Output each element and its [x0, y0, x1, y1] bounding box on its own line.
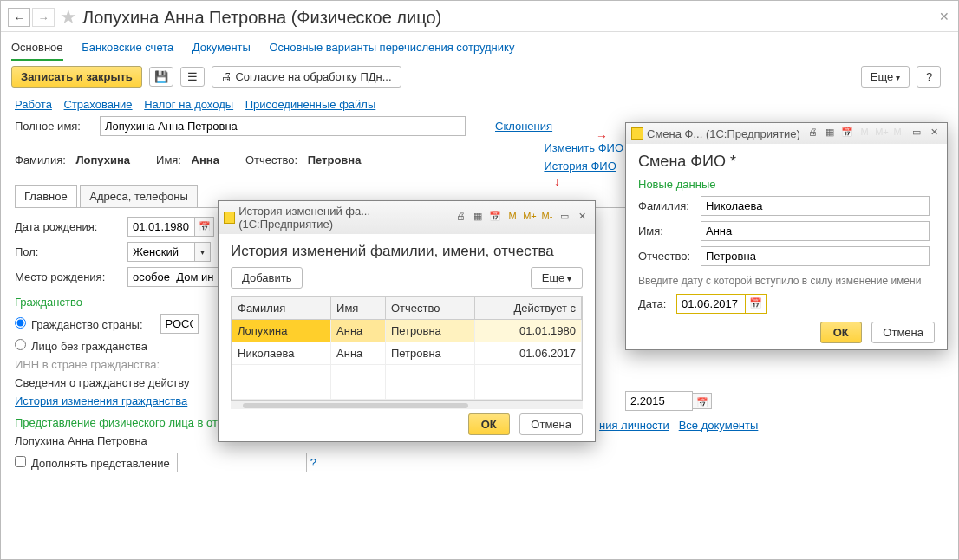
page-title: Лопухина Анна Петровна (Физическое лицо) [82, 8, 441, 28]
save-close-button[interactable]: Записать и закрыть [11, 66, 142, 88]
history-grid[interactable]: Фамилия Имя Отчество Действует с Лопухин… [231, 296, 583, 400]
change-ok-button[interactable]: ОК [820, 322, 862, 343]
favorite-star-icon[interactable]: ★ [60, 6, 77, 29]
new-mid-input[interactable] [701, 246, 930, 266]
calendar-icon[interactable]: 📅 [487, 211, 503, 225]
citizenship-country-radio[interactable]: Гражданство страны: [15, 317, 143, 331]
col-last[interactable]: Фамилия [232, 297, 331, 320]
col-from[interactable]: Действует с [475, 297, 582, 320]
new-last-label: Фамилия: [638, 199, 701, 212]
link-files[interactable]: Присоединенные файлы [245, 98, 376, 111]
close-icon[interactable]: ✕ [926, 127, 942, 140]
history-modal-caption: История изменений фа... (1C:Предприятие) [238, 205, 452, 231]
pob-input[interactable] [127, 267, 223, 287]
history-fio-link[interactable]: История ФИО [544, 160, 623, 173]
calendar-icon[interactable]: 📅 [745, 295, 766, 313]
maximize-icon[interactable]: ▭ [909, 127, 924, 140]
calendar-icon[interactable]: 📅 [693, 393, 712, 409]
link-insurance[interactable]: Страхование [64, 98, 133, 111]
table-row[interactable]: Лопухина Анна Петровна 01.01.1980 [232, 320, 582, 342]
history-add-button[interactable]: Добавить [231, 267, 303, 289]
change-modal-title: Смена ФИО * [638, 149, 935, 176]
calendar-icon[interactable]: 📅 [839, 127, 855, 140]
change-cancel-button[interactable]: Отмена [871, 322, 935, 343]
declensions-link[interactable]: Склонения [495, 120, 552, 133]
top-tabs: Основное Банковские счета Документы Осно… [1, 32, 958, 62]
history-more-button[interactable]: Еще [531, 267, 583, 289]
partial-date-input[interactable] [625, 391, 693, 411]
help-icon[interactable]: ? [310, 456, 316, 469]
sex-dropdown-icon[interactable]: ▾ [195, 242, 211, 262]
maximize-icon[interactable]: ▭ [557, 211, 572, 225]
change-fio-modal: Смена Ф... (1C:Предприятие) 🖨 ▦ 📅 M M+ M… [625, 122, 948, 350]
mid-value: Петровна [308, 153, 362, 166]
doc-links: ния личности Все документы [599, 419, 758, 432]
tab-main[interactable]: Основное [11, 41, 63, 61]
stateless-radio[interactable]: Лицо без гражданства [15, 339, 147, 353]
change-fio-link[interactable]: Изменить ФИО [544, 141, 623, 154]
mminus-icon[interactable]: M- [539, 211, 555, 225]
sex-input[interactable] [127, 242, 195, 262]
help-button[interactable]: ? [917, 66, 941, 88]
history-scrollbar[interactable] [231, 400, 583, 409]
history-modal-titlebar[interactable]: История изменений фа... (1C:Предприятие)… [219, 201, 595, 234]
col-first[interactable]: Имя [331, 297, 386, 320]
citizenship-country-input[interactable] [160, 314, 199, 334]
identity-link[interactable]: ния личности [599, 419, 669, 432]
header: ← → ★ Лопухина Анна Петровна (Физическое… [1, 1, 958, 32]
col-mid[interactable]: Отчество [385, 297, 474, 320]
tab-detail-addr[interactable]: Адреса, телефоны [80, 185, 198, 207]
last-label: Фамилия: [15, 153, 66, 166]
change-date-input[interactable] [677, 295, 745, 313]
tab-detail-main[interactable]: Главное [15, 185, 77, 207]
main-window: ← → ★ Лопухина Анна Петровна (Физическое… [0, 0, 959, 560]
close-icon[interactable]: ✕ [574, 211, 590, 225]
calendar-icon[interactable]: 📅 [195, 217, 214, 237]
sub-links: Работа Страхование Налог на доходы Присо… [15, 98, 944, 111]
nav-forward-button[interactable]: → [32, 8, 55, 27]
app-1c-icon [631, 127, 643, 140]
citizenship-history-link[interactable]: История изменения гражданства [15, 394, 187, 407]
fio-actions: Изменить ФИО История ФИО [544, 141, 623, 178]
more-button[interactable]: Еще [861, 66, 910, 88]
change-modal-caption: Смена Ф... (1C:Предприятие) [647, 127, 800, 140]
app-1c-icon [224, 212, 235, 224]
print-icon[interactable]: 🖨 [805, 127, 820, 140]
calc-icon[interactable]: ▦ [470, 211, 486, 225]
partial-date-block: 📅 [625, 391, 712, 411]
first-label: Имя: [156, 153, 181, 166]
extend-rep-checkbox[interactable]: Дополнять представление [15, 456, 170, 470]
link-tax[interactable]: Налог на доходы [144, 98, 233, 111]
nav-back-button[interactable]: ← [8, 8, 30, 27]
new-mid-label: Отчество: [638, 250, 701, 263]
calc-icon[interactable]: ▦ [822, 127, 838, 140]
tab-transfer[interactable]: Основные варианты перечисления сотрудник… [270, 41, 515, 54]
print-icon[interactable]: 🖨 [453, 211, 468, 225]
history-ok-button[interactable]: ОК [468, 413, 510, 435]
dob-label: Дата рождения: [15, 220, 127, 233]
m-icon: M [857, 127, 872, 140]
dob-input[interactable] [127, 217, 195, 237]
tab-bank[interactable]: Банковские счета [82, 41, 173, 54]
new-first-input[interactable] [701, 221, 930, 241]
list-button[interactable]: ☰ [180, 67, 205, 87]
mplus-icon: M+ [874, 127, 890, 140]
new-last-input[interactable] [701, 196, 930, 216]
new-first-label: Имя: [638, 225, 701, 238]
save-button[interactable]: 💾 [149, 67, 173, 87]
close-icon[interactable]: ✕ [939, 10, 949, 23]
extend-rep-input[interactable] [177, 453, 307, 472]
link-work[interactable]: Работа [15, 98, 52, 111]
consent-button[interactable]: 🖨 Согласие на обработку ПДн... [212, 66, 401, 88]
table-row[interactable]: Николаева Анна Петровна 01.06.2017 [232, 342, 582, 365]
fullname-input[interactable] [100, 116, 466, 136]
history-cancel-button[interactable]: Отмена [519, 413, 583, 435]
m-icon[interactable]: M [505, 211, 520, 225]
last-value: Лопухина [75, 153, 130, 166]
all-docs-link[interactable]: Все документы [679, 419, 759, 432]
mplus-icon[interactable]: M+ [522, 211, 538, 225]
mminus-icon: M- [891, 127, 907, 140]
tab-docs[interactable]: Документы [192, 41, 251, 54]
change-modal-titlebar[interactable]: Смена Ф... (1C:Предприятие) 🖨 ▦ 📅 M M+ M… [626, 123, 947, 144]
fullname-label: Полное имя: [15, 120, 100, 133]
